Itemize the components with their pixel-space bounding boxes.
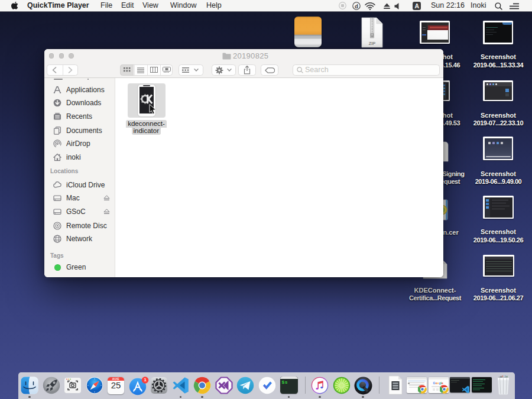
svg-text:1: 1 [144, 377, 146, 382]
svg-text:d: d [355, 2, 358, 9]
svg-text:ZIP: ZIP [369, 41, 376, 46]
